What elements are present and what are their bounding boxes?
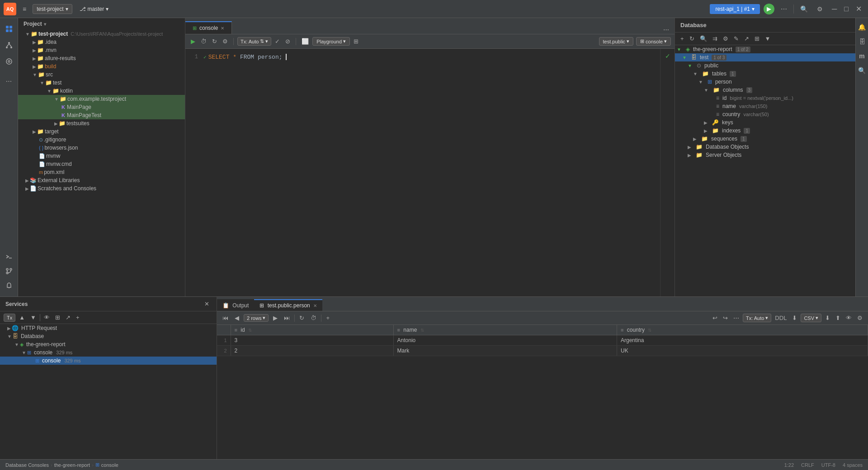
services-eye-button[interactable]: 👁 [42,313,52,322]
tree-item-testsuites[interactable]: ▶ 📁 testsuites [18,119,185,127]
services-collapse[interactable]: ✕ [203,300,211,308]
close-button[interactable]: ✕ [853,4,864,14]
results-upload-button[interactable]: ⬆ [834,314,842,322]
branch-selector[interactable]: ⎇ master ▾ [76,5,113,14]
tree-item-scratches[interactable]: ▶ 📄 Scratches and Consoles [18,184,185,193]
db-tree-item-green-report[interactable]: ▼ ◈ the-green-report 1 of 2 [675,45,855,53]
results-add-row-button[interactable]: + [324,314,331,322]
th-name[interactable]: ≡ name ⇅ [393,325,617,335]
history-button[interactable]: ⏱ [199,37,208,46]
breadcrumb-3[interactable]: console [101,462,118,468]
sidebar-icon-project[interactable] [2,22,16,36]
tree-item-idea[interactable]: ▶ 📁 .idea [18,38,185,46]
results-last-button[interactable]: ⏭ [282,314,292,322]
cell-country-2[interactable]: UK [617,346,868,356]
db-filter-button[interactable]: 🔍 [698,34,709,43]
db-tree-item-column-name[interactable]: ≡ name varchar(150) [675,102,855,110]
console-selector[interactable]: ⊞ console ▾ [636,37,671,46]
tree-item-src[interactable]: ▼ 📁 src [18,70,185,79]
services-down-button[interactable]: ▼ [28,313,38,322]
sidebar-icon-plugins[interactable] [2,54,16,69]
refresh-button[interactable]: ↻ [210,37,219,46]
tree-item-build[interactable]: ▶ 📁 build [18,62,185,70]
cell-country-1[interactable]: Argentina [617,335,868,346]
code-editor[interactable]: 1 ✓ SELECT * FROM person; [185,49,660,296]
tree-item-pom-xml[interactable]: m pom.xml [18,168,185,176]
project-selector[interactable]: test-project ▾ [33,4,72,14]
output-tab[interactable]: 📋 Output [217,299,254,311]
minimize-button[interactable]: ─ [829,4,840,14]
breadcrumb-1[interactable]: Database Consoles [5,462,49,468]
playground-selector[interactable]: Playground ▾ [312,37,350,46]
th-country[interactable]: ≡ country ⇅ [617,325,868,335]
sidebar-icon-more[interactable]: ··· [2,74,16,89]
breadcrumb-2[interactable]: the-green-report [54,462,90,468]
settings-button[interactable]: ⚙ [814,5,826,14]
services-item-console-selected[interactable]: ⊞ console 329 ms [0,357,217,365]
sidebar-icon-git[interactable] [2,264,16,278]
services-item-console-group[interactable]: ▼ ⊞ console 329 ms [0,348,217,357]
db-tree-item-db-objects[interactable]: ▶ 📁 Database Objects [675,143,855,151]
services-export-button[interactable]: ↗ [64,313,72,322]
services-item-green-report[interactable]: ▼ ◈ the-green-report [0,340,217,348]
right-icon-db[interactable]: 🗄 [857,36,868,47]
more-options-button[interactable]: ⋯ [778,5,790,14]
db-tree-item-keys[interactable]: ▶ 🔑 keys [675,118,855,127]
services-filter-button[interactable]: ⊞ [53,313,62,322]
tab-overflow-button[interactable]: ⋯ [661,25,671,34]
results-next-button[interactable]: ▶ [271,314,279,322]
tab-close-icon[interactable]: ✕ [221,26,224,31]
db-add-button[interactable]: + [679,34,686,43]
rollback-button[interactable]: ⊘ [283,37,292,46]
tree-item-mvnw[interactable]: 📄 mvnw [18,152,185,160]
db-edit-button[interactable]: ✎ [732,34,741,43]
cell-id-2[interactable]: 2 [231,346,393,356]
grid-button[interactable]: ⊞ [352,37,360,46]
db-tree-item-columns[interactable]: ▼ 📁 columns 3 [675,86,855,94]
tree-item-browsers-json[interactable]: { } browsers.json [18,144,185,152]
menu-button[interactable]: ≡ [20,5,29,14]
results-clock-button[interactable]: ⏱ [309,314,318,322]
tree-item-mainpagetest[interactable]: K MainPageTest [18,111,185,119]
ddl-button[interactable]: DDL [773,314,788,322]
db-tree-item-person[interactable]: ▼ ⊞ person [675,78,855,86]
results-tx-selector[interactable]: Tx: Auto ▾ [743,314,771,322]
db-collapse-button[interactable]: ⇉ [711,34,719,43]
tx-selector[interactable]: Tx: Auto ⇅ ▾ [237,37,271,46]
results-download-button[interactable]: ⬇ [823,314,832,322]
csv-selector[interactable]: CSV ▾ [801,314,821,322]
cell-id-1[interactable]: 3 [231,335,393,346]
tree-item-mvn[interactable]: ▶ 📁 .mvn [18,46,185,54]
db-tree-item-server-objects[interactable]: ▶ 📁 Server Objects [675,151,855,159]
db-tree-item-public[interactable]: ▼ ⊙ public [675,61,855,70]
export-button[interactable]: ⬜ [300,37,311,46]
tree-item-mainpage[interactable]: K MainPage [18,103,185,111]
table-result-close[interactable]: ✕ [313,303,317,308]
db-grid-button[interactable]: ⊞ [753,34,761,43]
settings-query-button[interactable]: ⚙ [221,37,230,46]
results-redo-button[interactable]: ↪ [721,314,730,322]
commit-button[interactable]: ✓ [273,37,282,46]
results-refresh-button[interactable]: ↻ [297,314,306,322]
tree-item-kotlin[interactable]: ▼ 📁 kotlin [18,87,185,95]
db-tree-item-column-country[interactable]: ≡ country varchar(50) [675,110,855,118]
tree-item-mvnw-cmd[interactable]: 📄 mvnw.cmd [18,160,185,168]
rows-selector[interactable]: 2 rows ▾ [244,314,269,322]
search-button[interactable]: 🔍 [797,5,811,14]
maximize-button[interactable]: □ [841,4,851,14]
table-result-tab[interactable]: ⊞ test.public.person ✕ [254,299,322,311]
db-tree-item-indexes[interactable]: ▶ 📁 indexes 1 [675,127,855,135]
right-icon-m[interactable]: m [857,51,868,61]
db-move-button[interactable]: ↗ [742,34,751,43]
results-more-button[interactable]: ⋯ [731,314,741,322]
db-tree-item-tables[interactable]: ▼ 📁 tables 1 [675,70,855,78]
run-query-button[interactable]: ▶ [189,37,197,46]
sidebar-icon-notifications[interactable] [2,278,16,293]
db-refresh-button[interactable]: ↻ [688,34,696,43]
th-id[interactable]: ≡ id ⇅ [231,325,393,335]
services-add-button[interactable]: + [74,313,81,322]
db-filter2-button[interactable]: ▼ [763,34,773,43]
db-tree-item-sequences[interactable]: ▶ 📁 sequences 1 [675,135,855,143]
db-settings-button[interactable]: ⚙ [721,34,730,43]
tree-item-test[interactable]: ▼ 📁 test [18,79,185,87]
